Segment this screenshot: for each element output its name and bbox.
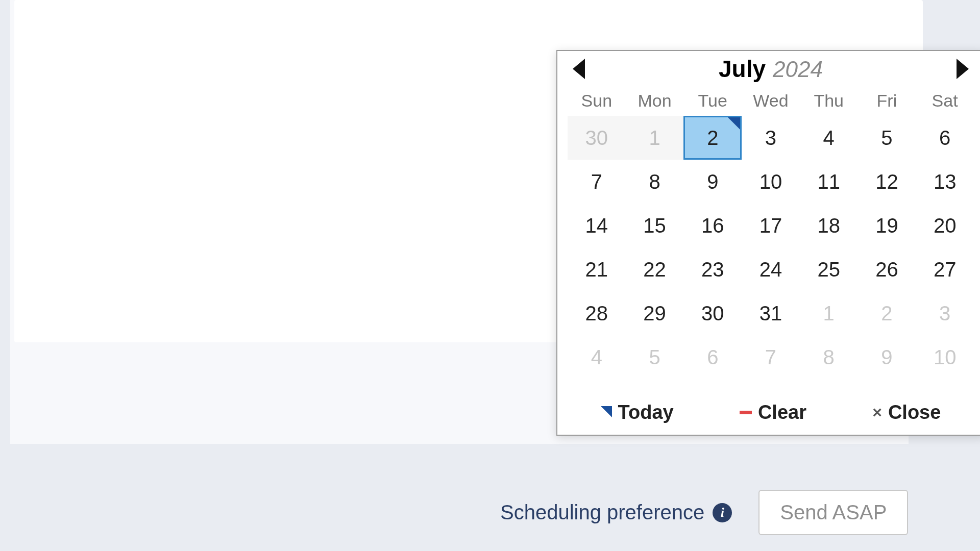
calendar-day-cell[interactable]: 13 [916, 160, 974, 204]
close-button[interactable]: × Close [872, 402, 941, 423]
calendar-day-cell[interactable]: 27 [916, 247, 974, 291]
calendar-day-cell[interactable]: 16 [683, 204, 742, 247]
calendar-day-cell[interactable]: 2 [683, 116, 742, 160]
calendar-day-cell[interactable]: 31 [742, 291, 800, 335]
calendar-day-cell[interactable]: 17 [742, 204, 800, 247]
calendar-day-cell[interactable]: 7 [568, 160, 626, 204]
calendar-day-cell[interactable]: 15 [626, 204, 684, 247]
info-icon[interactable]: i [713, 503, 732, 522]
calendar-header: July 2024 [568, 51, 974, 88]
calendar-day-cell[interactable]: 8 [800, 335, 858, 379]
calendar-title[interactable]: July 2024 [719, 55, 823, 83]
today-label: Today [618, 402, 674, 423]
minus-icon [740, 411, 752, 414]
clear-button[interactable]: Clear [740, 402, 806, 423]
calendar-day-cell[interactable]: 6 [683, 335, 742, 379]
calendar-day-cell[interactable]: 9 [683, 160, 742, 204]
calendar-day-cell[interactable]: 4 [568, 335, 626, 379]
dow-fri: Fri [858, 88, 916, 116]
scheduling-preference-row: Scheduling preference i Send ASAP [500, 490, 908, 535]
next-month-button[interactable] [953, 58, 971, 80]
calendar-day-cell[interactable]: 25 [800, 247, 858, 291]
calendar-date-picker: July 2024 Sun Mon Tue Wed Thu Fri Sat 30… [556, 50, 980, 436]
calendar-dow-row: Sun Mon Tue Wed Thu Fri Sat [568, 88, 974, 116]
calendar-day-cell[interactable]: 23 [683, 247, 742, 291]
calendar-day-cell[interactable]: 22 [626, 247, 684, 291]
calendar-day-cell[interactable]: 1 [626, 116, 684, 160]
send-asap-button[interactable]: Send ASAP [758, 490, 908, 535]
calendar-day-cell[interactable]: 10 [916, 335, 974, 379]
calendar-day-cell[interactable]: 6 [916, 116, 974, 160]
calendar-days-grid: 3012345678910111213141516171819202122232… [568, 116, 974, 379]
calendar-day-cell[interactable]: 3 [742, 116, 800, 160]
calendar-day-cell[interactable]: 9 [858, 335, 916, 379]
svg-marker-0 [573, 59, 585, 79]
calendar-day-cell[interactable]: 19 [858, 204, 916, 247]
close-icon: × [872, 403, 882, 422]
dow-sat: Sat [916, 88, 974, 116]
calendar-month-label: July [719, 55, 766, 83]
today-marker-icon [601, 406, 612, 417]
calendar-day-cell[interactable]: 20 [916, 204, 974, 247]
calendar-day-cell[interactable]: 2 [858, 291, 916, 335]
calendar-day-cell[interactable]: 30 [568, 116, 626, 160]
calendar-year-label: 2024 [773, 57, 823, 82]
scheduling-preference-label: Scheduling preference [500, 501, 704, 524]
today-button[interactable]: Today [601, 402, 674, 423]
calendar-day-cell[interactable]: 12 [858, 160, 916, 204]
dow-wed: Wed [742, 88, 800, 116]
calendar-day-cell[interactable]: 11 [800, 160, 858, 204]
calendar-day-cell[interactable]: 21 [568, 247, 626, 291]
prev-month-button[interactable] [571, 58, 588, 80]
calendar-day-cell[interactable]: 26 [858, 247, 916, 291]
calendar-day-cell[interactable]: 8 [626, 160, 684, 204]
calendar-day-cell[interactable]: 10 [742, 160, 800, 204]
calendar-day-cell[interactable]: 14 [568, 204, 626, 247]
calendar-day-cell[interactable]: 1 [800, 291, 858, 335]
dow-tue: Tue [683, 88, 742, 116]
calendar-day-cell[interactable]: 5 [858, 116, 916, 160]
calendar-day-cell[interactable]: 4 [800, 116, 858, 160]
clear-label: Clear [758, 402, 806, 423]
svg-marker-1 [957, 59, 969, 79]
calendar-day-cell[interactable]: 30 [683, 291, 742, 335]
dow-sun: Sun [568, 88, 626, 116]
chevron-left-icon [571, 58, 588, 80]
calendar-day-cell[interactable]: 29 [626, 291, 684, 335]
calendar-day-cell[interactable]: 24 [742, 247, 800, 291]
calendar-day-cell[interactable]: 7 [742, 335, 800, 379]
dow-thu: Thu [800, 88, 858, 116]
chevron-right-icon [953, 58, 971, 80]
close-label: Close [888, 402, 941, 423]
calendar-day-cell[interactable]: 5 [626, 335, 684, 379]
calendar-day-cell[interactable]: 18 [800, 204, 858, 247]
calendar-day-cell[interactable]: 28 [568, 291, 626, 335]
dow-mon: Mon [626, 88, 684, 116]
calendar-day-cell[interactable]: 3 [916, 291, 974, 335]
calendar-actions: Today Clear × Close [568, 379, 974, 428]
